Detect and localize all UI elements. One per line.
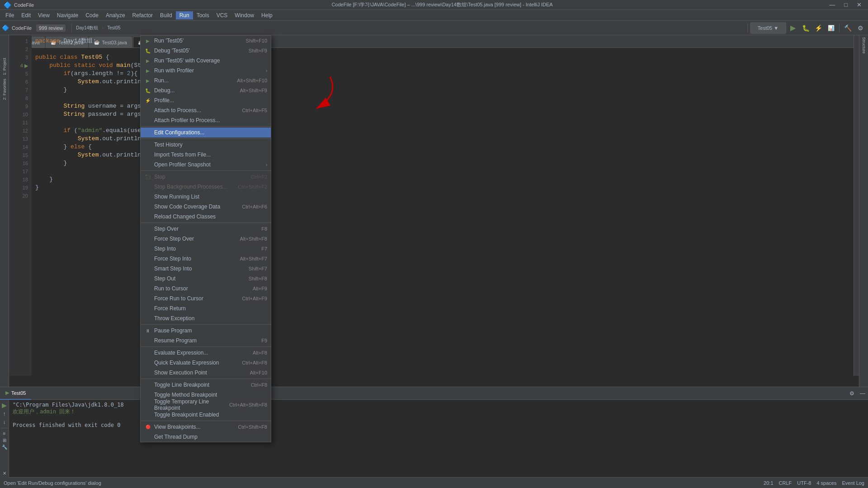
run-profiler-icon: ▶ (144, 67, 151, 74)
reload-changed-label: Reload Changed Classes (154, 213, 264, 220)
toolbar-coverage-btn[interactable]: ⚡ (812, 22, 824, 34)
menu-throw-exception[interactable]: Throw Exception (141, 313, 271, 323)
menu-step-over[interactable]: Step Over F8 (141, 224, 271, 234)
menu-resume-program[interactable]: Resume Program F9 (141, 336, 271, 346)
pause-icon: ⏸ (144, 327, 151, 334)
run-down-btn[interactable]: ↓ (3, 419, 6, 425)
menu-toggle-line-bp[interactable]: Toggle Line Breakpoint Ctrl+F8 (141, 380, 271, 390)
sidebar-item-favorites[interactable]: 2: Favorites (2, 79, 7, 100)
menu-help[interactable]: Help (258, 11, 276, 19)
run-close-btn[interactable]: ✕ (3, 471, 6, 476)
pause-label: Pause Program (154, 327, 264, 334)
menu-force-return[interactable]: Force Return (141, 303, 271, 313)
menu-debug-test05[interactable]: 🐛 Debug 'Test05' Shift+F9 (141, 46, 271, 56)
run-tools-btn[interactable]: 🔧 (2, 445, 7, 450)
menu-import-tests[interactable]: Import Tests from File... (141, 150, 271, 160)
menu-debug-dots[interactable]: 🐛 Debug... Alt+Shift+F9 (141, 85, 271, 95)
run-panel-tab-test05[interactable]: ▶ Test05 (0, 387, 31, 400)
menu-edit-configurations[interactable]: Edit Configurations... (141, 128, 271, 137)
menu-build[interactable]: Build (156, 11, 176, 19)
menu-step-into[interactable]: Step Into F7 (141, 244, 271, 254)
menu-quick-evaluate[interactable]: Quick Evaluate Expression Ctrl+Alt+F8 (141, 358, 271, 368)
menu-show-exec-point[interactable]: Show Execution Point Alt+F10 (141, 368, 271, 378)
line-6: 6 (25, 78, 28, 86)
toolbar-branch[interactable]: 999 review (36, 24, 66, 32)
run-dots-label: Run... (154, 77, 233, 84)
menu-navigate[interactable]: Navigate (53, 11, 82, 19)
menu-show-running[interactable]: Show Running List (141, 192, 271, 202)
run-up-btn[interactable]: ↑ (3, 411, 6, 417)
menu-show-coverage[interactable]: Show Code Coverage Data Ctrl+Alt+F6 (141, 202, 271, 212)
run-test05-icon: ▶ (144, 37, 151, 44)
run-sort-btn[interactable]: ≡ (3, 431, 6, 436)
run-filter-btn[interactable]: ⊞ (3, 438, 6, 443)
menu-step-out[interactable]: Step Out Shift+F8 (141, 274, 271, 284)
run-profiler-arrow: › (266, 68, 267, 73)
toolbar-config-select[interactable]: Test05 ▼ (750, 22, 786, 34)
sidebar-item-structure[interactable]: Structure (862, 37, 866, 54)
toolbar-build-btn[interactable]: 🔨 (842, 22, 854, 34)
menu-vcs[interactable]: VCS (213, 11, 231, 19)
menu-tools[interactable]: Tools (193, 11, 213, 19)
debug-dots-label: Debug... (154, 87, 236, 94)
maximize-button[interactable]: □ (841, 1, 850, 8)
menu-force-step-over[interactable]: Force Step Over Alt+Shift+F8 (141, 234, 271, 244)
menu-evaluate-expr[interactable]: Evaluate Expression... Alt+F8 (141, 348, 271, 358)
run-panel-collapse[interactable]: — (857, 390, 868, 397)
attach-profiler-label: Attach Profiler to Process... (154, 117, 264, 123)
run-play-btn[interactable]: ▶ (2, 402, 7, 409)
menu-refactor[interactable]: Refactor (129, 11, 156, 19)
toolbar-settings-btn[interactable]: ⚙ (854, 22, 866, 34)
menu-stop[interactable]: ⬛ Stop Ctrl+F2 (141, 172, 271, 182)
menu-force-step-into[interactable]: Force Step Into Alt+Shift+F7 (141, 254, 271, 264)
sidebar-item-project[interactable]: 1: Project (2, 58, 7, 75)
force-step-over-icon (144, 235, 151, 242)
menu-run-profiler[interactable]: ▶ Run with Profiler › (141, 66, 271, 76)
test-history-label: Test History (154, 142, 264, 148)
toolbar-run-btn[interactable]: ▶ (787, 22, 799, 34)
status-event-log[interactable]: Event Log (842, 480, 864, 486)
menu-run-coverage[interactable]: ▶ Run 'Test05' with Coverage (141, 56, 271, 66)
throw-exception-icon (144, 315, 151, 322)
toggle-method-bp-label: Toggle Method Breakpoint (154, 392, 264, 398)
menu-smart-step-into[interactable]: Smart Step Into Shift+F7 (141, 264, 271, 274)
menu-reload-changed[interactable]: Reload Changed Classes (141, 212, 271, 222)
thread-dump-icon (144, 433, 151, 441)
menu-file[interactable]: File (2, 11, 18, 19)
menu-toggle-temp-bp[interactable]: Toggle Temporary Line Breakpoint Ctrl+Al… (141, 400, 271, 410)
status-charset: UTF-8 (797, 480, 811, 486)
menu-toggle-bp-enabled[interactable]: Toggle Breakpoint Enabled (141, 410, 271, 420)
menu-code[interactable]: Code (82, 11, 102, 19)
run-panel-settings[interactable]: ⚙ (847, 390, 857, 397)
toolbar-test05[interactable]: Test05 (105, 22, 122, 34)
menu-attach-process[interactable]: Attach to Process... Ctrl+Alt+F5 (141, 105, 271, 115)
menu-pause-program[interactable]: ⏸ Pause Program (141, 326, 271, 336)
debug-dots-icon: 🐛 (144, 87, 151, 94)
toolbar-day14[interactable]: Day14数组 (74, 22, 100, 34)
menu-view[interactable]: View (34, 11, 53, 19)
show-coverage-label: Show Code Coverage Data (154, 204, 238, 210)
minimize-button[interactable]: — (826, 1, 838, 8)
menu-view-breakpoints[interactable]: 🔴 View Breakpoints... Ctrl+Shift+F8 (141, 422, 271, 432)
menu-run-to-cursor[interactable]: Run to Cursor Alt+F9 (141, 284, 271, 294)
menu-edit[interactable]: Edit (18, 11, 34, 19)
menu-force-run-cursor[interactable]: Force Run to Cursor Ctrl+Alt+F9 (141, 294, 271, 303)
close-button[interactable]: ✕ (854, 1, 864, 8)
menu-analyze[interactable]: Analyze (102, 11, 129, 19)
menu-run[interactable]: Run (176, 11, 193, 19)
toolbar-debug-btn[interactable]: 🐛 (800, 22, 811, 34)
menu-run-dots[interactable]: ▶ Run... Alt+Shift+F10 (141, 76, 271, 85)
menu-run-test05[interactable]: ▶ Run 'Test05' Shift+F10 (141, 36, 271, 46)
menu-window[interactable]: Window (231, 11, 258, 19)
menu-profile-dots[interactable]: ⚡ Profile... (141, 95, 271, 105)
editor-scrollbar[interactable] (854, 35, 859, 376)
line-19: 19 (23, 184, 28, 192)
menu-open-profiler-snapshot[interactable]: Open Profiler Snapshot › (141, 160, 271, 170)
menu-stop-bg[interactable]: Stop Background Processes... Ctrl+Shift+… (141, 182, 271, 192)
menu-attach-profiler[interactable]: Attach Profiler to Process... (141, 115, 271, 125)
step-over-icon (144, 225, 151, 232)
line-3: 3 (25, 53, 28, 62)
toolbar-profile-btn[interactable]: 📊 (825, 22, 837, 34)
menu-test-history[interactable]: Test History (141, 140, 271, 150)
menu-get-thread-dump[interactable]: Get Thread Dump (141, 432, 271, 442)
